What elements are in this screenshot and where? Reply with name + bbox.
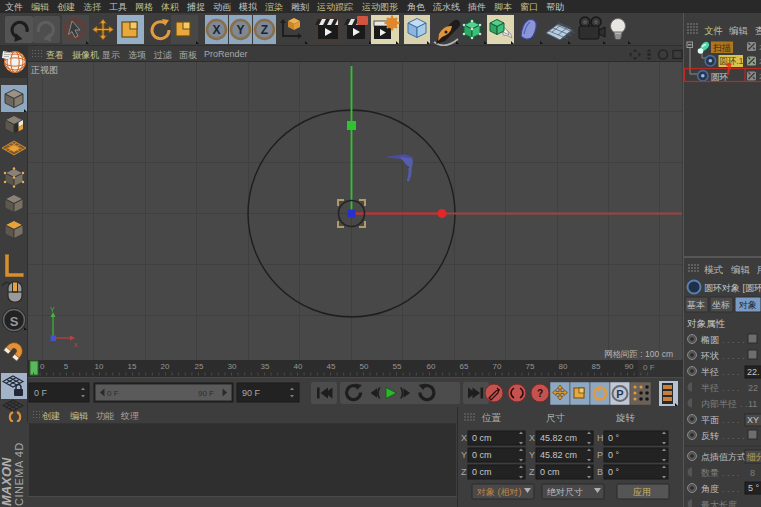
svg-text:S: S	[10, 314, 19, 329]
svg-text:50: 50	[360, 362, 369, 371]
svg-text:25: 25	[195, 362, 204, 371]
svg-text:X: X	[461, 433, 467, 443]
svg-text:点插值方式: 点插值方式	[701, 452, 746, 462]
svg-text:55: 55	[393, 362, 402, 371]
svg-text:45.82 cm: 45.82 cm	[540, 433, 577, 443]
svg-text:65: 65	[460, 362, 469, 371]
svg-text:. . . . . .: . . . . . .	[722, 431, 750, 441]
svg-text:. . . . . .: . . . . . .	[722, 351, 750, 361]
svg-text:. . . .: . . . .	[722, 415, 740, 425]
svg-text:?: ?	[537, 388, 543, 399]
svg-text:数量: 数量	[701, 468, 719, 478]
svg-text:. . . . . .: . . . . . .	[722, 335, 750, 345]
svg-text:0 °: 0 °	[608, 467, 620, 477]
svg-text:查: 查	[755, 25, 761, 36]
svg-text:Y: Y	[50, 306, 55, 313]
svg-text:90 F: 90 F	[198, 389, 214, 398]
svg-text:圆环.1: 圆环.1	[720, 56, 744, 66]
svg-text:0 cm: 0 cm	[472, 433, 492, 443]
svg-text:. . . .: . . . .	[722, 367, 740, 377]
svg-text:22: 22	[748, 383, 758, 393]
svg-text:编辑: 编辑	[729, 25, 749, 36]
svg-text:尺寸: 尺寸	[546, 412, 565, 423]
svg-text:对象属性: 对象属性	[687, 318, 726, 329]
svg-text:对象: 对象	[738, 300, 757, 310]
svg-text:环状: 环状	[700, 351, 719, 361]
svg-text:22.: 22.	[747, 367, 760, 377]
svg-text:旋转: 旋转	[616, 412, 636, 423]
svg-text:Z: Z	[261, 23, 268, 37]
svg-text:内部半径: 内部半径	[701, 399, 737, 409]
svg-text:80: 80	[559, 362, 568, 371]
svg-text:Y: Y	[236, 23, 244, 37]
svg-text:5 °: 5 °	[748, 483, 760, 493]
svg-text:文件: 文件	[704, 25, 723, 36]
svg-text:. . . .: . . . .	[722, 484, 740, 494]
svg-text:70: 70	[493, 362, 502, 371]
svg-text:角度: 角度	[701, 484, 719, 494]
svg-text:坐标: 坐标	[712, 300, 730, 310]
svg-text:45: 45	[327, 362, 336, 371]
svg-text:位置: 位置	[481, 412, 502, 423]
svg-text:P: P	[616, 388, 623, 400]
svg-text:应用: 应用	[633, 487, 651, 497]
svg-text:0 F: 0 F	[34, 388, 48, 398]
svg-text:90 F: 90 F	[242, 388, 261, 398]
svg-text:0 F: 0 F	[643, 363, 655, 372]
svg-text:0 cm: 0 cm	[472, 450, 492, 460]
svg-text:35: 35	[261, 362, 270, 371]
svg-text:模式: 模式	[704, 264, 724, 275]
svg-text:XY: XY	[747, 415, 759, 425]
svg-text:60: 60	[427, 362, 436, 371]
svg-text:细分: 细分	[746, 452, 761, 462]
svg-text:Y: Y	[529, 450, 535, 460]
svg-text:B: B	[597, 467, 603, 477]
svg-text:0: 0	[40, 362, 45, 371]
svg-text:45.82 cm: 45.82 cm	[540, 450, 577, 460]
svg-text:75: 75	[526, 362, 535, 371]
svg-text:40: 40	[294, 362, 303, 371]
svg-text:扫描: 扫描	[713, 43, 731, 53]
svg-text:90: 90	[625, 362, 634, 371]
svg-text:0 F: 0 F	[107, 389, 119, 398]
svg-text:基本: 基本	[687, 300, 705, 310]
svg-text:30: 30	[228, 362, 237, 371]
svg-text:椭圆: 椭圆	[700, 335, 719, 345]
svg-text:编辑: 编辑	[731, 264, 751, 275]
svg-text:X: X	[529, 433, 535, 443]
svg-text:0 °: 0 °	[608, 450, 620, 460]
svg-text:15: 15	[128, 362, 137, 371]
svg-text:10: 10	[95, 362, 104, 371]
svg-text:对象 (相对): 对象 (相对)	[476, 487, 522, 497]
svg-text:11: 11	[748, 399, 757, 409]
svg-text:圆环: 圆环	[711, 72, 729, 82]
svg-text:0 cm: 0 cm	[472, 467, 492, 477]
svg-text:P: P	[597, 450, 603, 460]
svg-text:x: x	[74, 341, 78, 348]
svg-text:Z: Z	[461, 467, 467, 477]
svg-text:绝对尺寸: 绝对尺寸	[547, 487, 583, 497]
svg-text:最大长度: 最大长度	[700, 500, 737, 507]
svg-text:0 °: 0 °	[608, 433, 620, 443]
svg-text:反转: 反转	[701, 431, 719, 441]
svg-text:20: 20	[161, 362, 170, 371]
svg-text:5: 5	[64, 362, 69, 371]
svg-text:H: H	[597, 433, 604, 443]
svg-text:85: 85	[592, 362, 601, 371]
svg-text:8: 8	[750, 468, 755, 478]
svg-text:. . . .: . . . .	[722, 383, 740, 393]
svg-text:用: 用	[757, 264, 761, 275]
svg-text:半径: 半径	[701, 383, 719, 393]
svg-text:. . . .: . . . .	[722, 468, 740, 478]
svg-text:. .: . .	[740, 399, 748, 409]
svg-text:平面: 平面	[701, 415, 719, 425]
svg-text:半径: 半径	[701, 367, 719, 377]
svg-text:Y: Y	[461, 450, 467, 460]
svg-text:Z: Z	[529, 467, 535, 477]
svg-text:圆环对象 [圆环.: 圆环对象 [圆环.	[704, 283, 761, 293]
svg-text:0 cm: 0 cm	[540, 467, 560, 477]
svg-text:X: X	[212, 23, 220, 37]
